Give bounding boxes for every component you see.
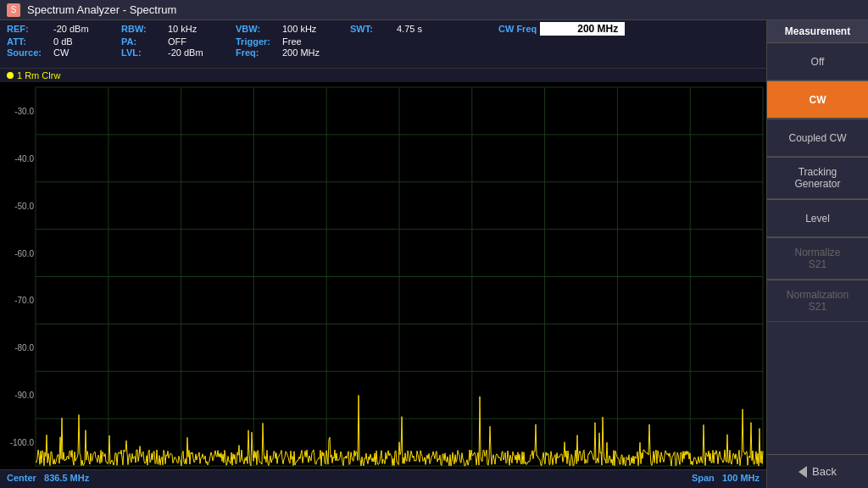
right-panel: Measurement Off CW Coupled CW Tracking G… xyxy=(766,20,868,488)
chart-container xyxy=(0,82,766,469)
center-value: 836.5 MHz xyxy=(44,473,89,483)
vbw-label: VBW: xyxy=(236,24,282,34)
rbw-label: RBW: xyxy=(121,24,168,34)
lvl-pair: LVL: -20 dBm xyxy=(121,47,236,58)
level-button[interactable]: Level xyxy=(767,200,868,237)
normalize-s21-button[interactable]: Normalize S21 xyxy=(767,238,868,280)
ref-label: REF: xyxy=(7,24,53,34)
swt-label: SWT: xyxy=(350,24,397,34)
swt-pair: SWT: 4.75 s xyxy=(350,24,465,34)
lvl-label: LVL: xyxy=(121,47,168,58)
right-panel-header: Measurement xyxy=(767,20,868,43)
lvl-value: -20 dBm xyxy=(168,47,236,58)
center-label: Center xyxy=(7,473,36,483)
info-row-3: Source: CW LVL: -20 dBm Freq: 200 MHz xyxy=(7,47,760,58)
tracking-generator-button[interactable]: Tracking Generator xyxy=(767,158,868,199)
coupled-cw-button[interactable]: Coupled CW xyxy=(767,119,868,157)
footer: Center 836.5 MHz Span 100 MHz xyxy=(0,469,766,488)
spectrum-canvas xyxy=(0,82,766,469)
source-value: CW xyxy=(53,47,121,58)
off-button[interactable]: Off xyxy=(767,43,868,80)
back-label: Back xyxy=(812,465,837,478)
span-info: Span 100 MHz xyxy=(692,473,760,485)
back-chevron-icon xyxy=(798,466,807,478)
center-info: Center 836.5 MHz xyxy=(7,473,89,485)
att-label: ATT: xyxy=(7,36,53,47)
info-row-1: REF: -20 dBm RBW: 10 kHz VBW: 100 kHz SW… xyxy=(7,22,760,36)
rbw-pair: RBW: 10 kHz xyxy=(121,24,236,34)
att-value: 0 dB xyxy=(53,36,121,47)
span-value: 100 MHz xyxy=(722,473,760,483)
app-logo: S xyxy=(7,3,20,17)
ref-value: -20 dBm xyxy=(53,24,121,34)
swt-value: 4.75 s xyxy=(397,24,465,34)
normalization-s21-button[interactable]: Normalization S21 xyxy=(767,280,868,322)
info-row-2: ATT: 0 dB PA: OFF Trigger: Free xyxy=(7,36,760,47)
trace-bar: 1 Rm Clrw xyxy=(0,68,766,82)
pa-value: OFF xyxy=(168,36,236,47)
trace-label: 1 Rm Clrw xyxy=(17,70,60,80)
trigger-value: Free xyxy=(282,36,350,47)
att-pair: ATT: 0 dB xyxy=(7,36,121,47)
trigger-label: Trigger: xyxy=(236,36,282,47)
source-label: Source: xyxy=(7,47,53,58)
freq-pair: Freq: 200 MHz xyxy=(236,47,350,58)
cw-freq-label: CW Freq xyxy=(498,24,537,34)
vbw-value: 100 kHz xyxy=(282,24,350,34)
title-bar: S Spectrum Analyzer - Spectrum xyxy=(0,0,868,20)
info-bar: REF: -20 dBm RBW: 10 kHz VBW: 100 kHz SW… xyxy=(0,20,766,68)
trace-dot xyxy=(7,72,14,79)
pa-label: PA: xyxy=(121,36,168,47)
main-container: REF: -20 dBm RBW: 10 kHz VBW: 100 kHz SW… xyxy=(0,20,868,488)
back-button[interactable]: Back xyxy=(767,454,868,488)
ref-pair: REF: -20 dBm xyxy=(7,24,121,34)
freq-label: Freq: xyxy=(236,47,282,58)
rbw-value: 10 kHz xyxy=(168,24,236,34)
cw-button[interactable]: CW xyxy=(767,81,868,119)
vbw-pair: VBW: 100 kHz xyxy=(236,24,350,34)
source-pair: Source: CW xyxy=(7,47,121,58)
cw-freq-value: 200 MHz xyxy=(540,22,625,36)
pa-pair: PA: OFF xyxy=(121,36,236,47)
trigger-pair: Trigger: Free xyxy=(236,36,350,47)
spectrum-area: REF: -20 dBm RBW: 10 kHz VBW: 100 kHz SW… xyxy=(0,20,766,488)
freq-value: 200 MHz xyxy=(282,47,350,58)
span-label: Span xyxy=(692,473,715,483)
app-title: Spectrum Analyzer - Spectrum xyxy=(27,3,176,16)
